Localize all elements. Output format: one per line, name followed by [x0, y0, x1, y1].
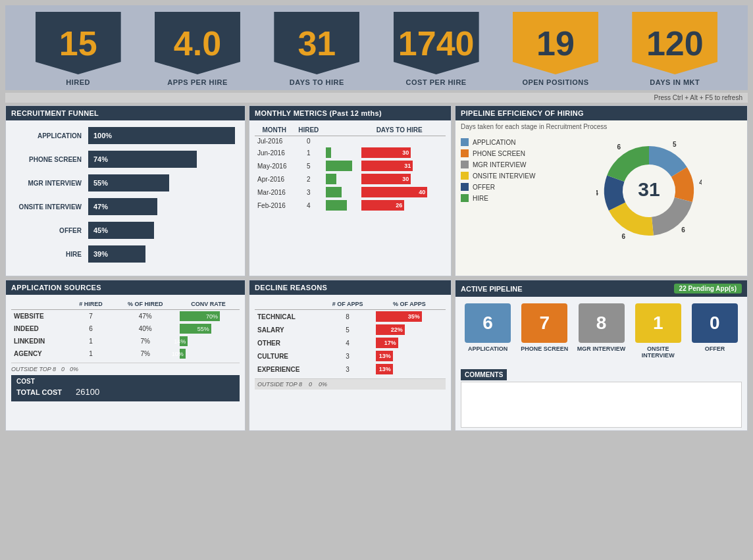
monthly-col-header: MONTH: [255, 124, 294, 136]
monthly-col-header: [323, 124, 359, 136]
donut-container: 54664631: [556, 138, 742, 243]
cost-row: TOTAL COST26100: [16, 385, 234, 399]
pipeline-title: PIPELINE EFFICIENCY OF HIRING: [455, 106, 747, 120]
funnel-bar-container: 74%: [88, 151, 235, 168]
kpi-item-hired: 15HIRED: [36, 12, 121, 90]
stage-box: 1ONSITE INTERVIEW: [631, 303, 685, 359]
monthly-days-bar: [359, 136, 440, 147]
monthly-month: Apr-2016: [255, 172, 294, 186]
stage-count: 7: [521, 303, 567, 343]
monthly-hired-num: 0: [294, 136, 323, 147]
comments-section: COMMENTS: [455, 365, 747, 430]
sources-table: # HIRED% OF HIREDCONV RATEWEBSITE747%70%…: [11, 299, 240, 360]
comments-header: COMMENTS: [461, 369, 507, 380]
monthly-days-bar: 40: [359, 186, 440, 199]
kpi-label: DAYS TO HIRE: [290, 78, 344, 90]
source-row: INDEED640%55%: [11, 322, 240, 335]
monthly-days-num: [440, 146, 446, 159]
pipeline-subtitle: Days taken for each stage in Recruitment…: [455, 120, 747, 133]
decline-title: DECLINE REASONS: [249, 280, 451, 295]
source-row: AGENCY17%10%: [11, 347, 240, 360]
kpi-badge: 120: [632, 12, 717, 74]
donut-center-value: 31: [638, 178, 660, 200]
legend-item: ONSITE INTERVIEW: [461, 172, 556, 180]
stage-label: OFFER: [705, 345, 725, 352]
sources-outside: OUTSIDE TOP 800%: [11, 363, 240, 372]
monthly-table: MONTHHIREDDAYS TO HIREJul-20160Jun-20161…: [255, 124, 446, 212]
source-conv: 14%: [177, 335, 240, 347]
funnel-bar-container: 100%: [88, 127, 235, 144]
funnel-row-label: PHONE SCREEN: [16, 156, 88, 163]
monthly-row: Jun-2016130: [255, 146, 446, 159]
kpi-label: APPS PER HIRE: [167, 78, 227, 90]
sources-col-header: [11, 299, 68, 310]
kpi-label: COST PER HIRE: [406, 78, 467, 90]
decline-pct: 35%: [373, 310, 446, 324]
funnel-bar: 55%: [88, 174, 169, 191]
funnel-bar: 74%: [88, 151, 197, 168]
decline-panel: DECLINE REASONS # OF APPS% OF APPSTECHNI…: [249, 280, 452, 431]
monthly-days-bar: 30: [359, 146, 440, 159]
kpi-value: 19: [536, 24, 575, 63]
kpi-badge: 15: [36, 12, 121, 74]
decline-pct: 22%: [373, 323, 446, 336]
donut-segment: [607, 146, 649, 182]
decline-apps: 3: [322, 363, 373, 376]
kpi-item-apps-per-hire: 4.0APPS PER HIRE: [155, 12, 240, 90]
sources-col-header: CONV RATE: [177, 299, 240, 310]
decline-reason: SALARY: [255, 323, 322, 336]
source-row: WEBSITE747%70%: [11, 310, 240, 323]
kpi-banner: 15HIRED4.0APPS PER HIRE31DAYS TO HIRE174…: [5, 5, 748, 90]
cost-value: 26100: [76, 387, 99, 397]
kpi-badge: 31: [274, 12, 359, 74]
decline-pct: 17%: [373, 336, 446, 349]
donut-label: 6: [681, 226, 685, 234]
kpi-label: HIRED: [66, 78, 90, 90]
monthly-row: May-2016531: [255, 159, 446, 172]
decline-apps: 3: [322, 349, 373, 363]
decline-pct: 13%: [373, 363, 446, 376]
decline-reason: OTHER: [255, 336, 322, 349]
sources-title: APPLICATION SOURCES: [6, 280, 245, 295]
decline-apps: 8: [322, 310, 373, 324]
comments-body: [461, 382, 742, 428]
donut-label: 6: [621, 233, 625, 240]
source-conv: 55%: [177, 322, 240, 335]
donut-segment: [609, 203, 654, 236]
donut-label: 5: [673, 141, 677, 148]
source-hired: 1: [68, 347, 113, 360]
funnel-row-label: ONSITE INTERVIEW: [16, 203, 88, 211]
funnel-bar-container: 55%: [88, 174, 235, 191]
main-grid: RECRUITMENT FUNNEL APPLICATION100%PHONE …: [5, 105, 748, 431]
stage-count: 8: [579, 303, 625, 343]
funnel-row-label: OFFER: [16, 227, 88, 234]
legend-item: OFFER: [461, 183, 556, 191]
kpi-value: 15: [59, 24, 97, 63]
stage-label: APPLICATION: [468, 345, 507, 352]
funnel-row: OFFER45%: [16, 222, 235, 239]
kpi-item-days-in-mkt: 120DAYS IN MKT: [632, 12, 717, 90]
monthly-hired-num: 4: [294, 199, 323, 212]
source-pct: 47%: [113, 310, 177, 323]
legend-dot: [461, 149, 469, 157]
donut-chart: 54664631: [596, 138, 702, 243]
funnel-bar-text: 74%: [93, 155, 108, 163]
monthly-hired-bar: [323, 159, 359, 172]
decline-body: # OF APPS% OF APPSTECHNICAL835%SALARY522…: [249, 295, 451, 394]
legend-label: APPLICATION: [473, 139, 515, 146]
legend-item: MGR INTERVIEW: [461, 161, 556, 168]
funnel-bar-container: 45%: [88, 222, 235, 239]
legend-label: ONSITE INTERVIEW: [473, 172, 535, 180]
legend-label: OFFER: [473, 184, 495, 191]
funnel-title: RECRUITMENT FUNNEL: [6, 106, 245, 120]
funnel-bar-text: 45%: [93, 226, 108, 234]
monthly-hired-bar: [323, 186, 359, 199]
legend-label: MGR INTERVIEW: [473, 161, 526, 168]
source-hired: 7: [68, 310, 113, 323]
funnel-row: HIRE39%: [16, 245, 235, 263]
decline-apps: 4: [322, 336, 373, 349]
decline-table: # OF APPS% OF APPSTECHNICAL835%SALARY522…: [255, 299, 446, 376]
monthly-month: Jun-2016: [255, 146, 294, 159]
source-hired: 1: [68, 335, 113, 347]
kpi-value: 4.0: [174, 24, 221, 63]
